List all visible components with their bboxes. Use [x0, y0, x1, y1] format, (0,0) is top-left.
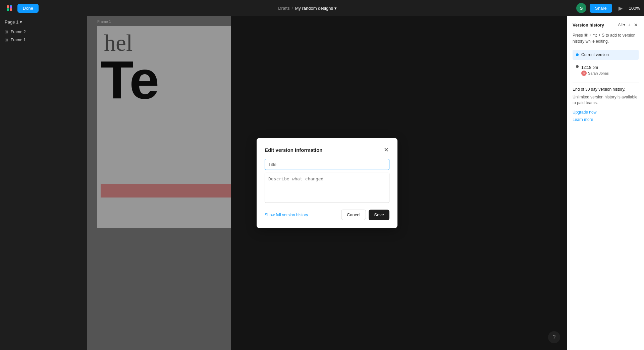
- current-version-label: Current version: [581, 52, 609, 57]
- version-time: 12:18 pm: [581, 65, 635, 70]
- modal-title: Edit version information: [265, 147, 323, 153]
- avatar: S: [576, 3, 586, 13]
- project-name[interactable]: My random designs ▾: [295, 6, 336, 11]
- topbar-right: S Share ▶ 100%: [576, 3, 640, 13]
- left-sidebar: Page 1 ▾ ⊞ Frame 2 ⊞ Frame 1: [0, 16, 87, 350]
- current-version-entry[interactable]: Current version: [573, 50, 639, 60]
- save-button[interactable]: Save: [369, 210, 389, 220]
- frame-icon: ⊞: [5, 30, 8, 34]
- layer-frame2[interactable]: ⊞ Frame 2: [0, 28, 87, 36]
- cancel-button[interactable]: Cancel: [341, 210, 366, 220]
- topbar-breadcrumb: Drafts / My random designs ▾: [278, 6, 337, 11]
- description-textarea[interactable]: [265, 173, 389, 203]
- version-dot: [576, 65, 579, 68]
- chevron-down-icon: ▾: [623, 23, 625, 27]
- frame-icon: ⊞: [5, 38, 8, 42]
- close-panel-button[interactable]: ✕: [633, 21, 639, 28]
- author-avatar: S: [581, 71, 587, 76]
- chevron-down-icon: ▾: [20, 19, 22, 25]
- modal-overlay: Edit version information ✕ Show full ver…: [87, 16, 567, 350]
- svg-rect-2: [7, 8, 9, 11]
- svg-point-4: [10, 6, 12, 8]
- modal-actions: Cancel Save: [341, 210, 389, 220]
- layer-frame2-label: Frame 2: [11, 30, 26, 34]
- modal-close-button[interactable]: ✕: [383, 146, 389, 154]
- all-filter[interactable]: All ▾: [618, 23, 625, 27]
- zoom-indicator[interactable]: 100%: [629, 6, 640, 11]
- version-history-panel: Version history All ▾ + ✕ Press ⌘ + ⌥ + …: [567, 16, 644, 350]
- figma-logo-icon[interactable]: [4, 3, 15, 13]
- upgrade-now-button[interactable]: Upgrade now: [573, 110, 596, 115]
- version-history-controls: All ▾ + ✕: [618, 21, 639, 28]
- version-entry-0[interactable]: 12:18 pm S Sarah Jonas: [573, 62, 639, 79]
- breadcrumb-drafts: Drafts: [278, 6, 290, 11]
- learn-more-button[interactable]: Learn more: [573, 117, 593, 122]
- modal-footer: Show full version history Cancel Save: [265, 210, 389, 220]
- topbar-left: Done: [4, 3, 39, 13]
- breadcrumb-separator: /: [292, 6, 293, 11]
- chevron-down-icon: ▾: [334, 6, 337, 11]
- page-label: Page 1: [5, 19, 18, 25]
- layer-frame1[interactable]: ⊞ Frame 1: [0, 36, 87, 44]
- modal-header: Edit version information ✕: [265, 146, 389, 154]
- done-button[interactable]: Done: [17, 4, 39, 13]
- unlimited-text: Unlimited version history is available t…: [573, 94, 639, 106]
- svg-rect-3: [10, 8, 12, 11]
- share-button[interactable]: Share: [590, 4, 612, 13]
- keyboard-hint: Press ⌘ + ⌥ + S to add to version histor…: [573, 32, 639, 44]
- add-version-button[interactable]: +: [627, 21, 631, 28]
- page-selector[interactable]: Page 1 ▾: [0, 16, 87, 28]
- play-button[interactable]: ▶: [615, 3, 626, 13]
- version-author: S Sarah Jonas: [581, 71, 635, 76]
- version-history-title: Version history: [573, 23, 604, 28]
- title-input[interactable]: [265, 159, 389, 170]
- version-history-header: Version history All ▾ + ✕: [573, 21, 639, 28]
- topbar: Done Drafts / My random designs ▾ S Shar…: [0, 0, 644, 16]
- version-dot: [576, 53, 579, 56]
- svg-rect-0: [7, 5, 9, 8]
- layer-frame1-label: Frame 1: [11, 38, 26, 42]
- divider: [573, 83, 639, 83]
- version-entry-content: 12:18 pm S Sarah Jonas: [581, 65, 635, 76]
- show-full-history-button[interactable]: Show full version history: [265, 213, 308, 217]
- end-of-history-label: End of 30 day version history.: [573, 87, 639, 92]
- edit-version-modal: Edit version information ✕ Show full ver…: [257, 138, 397, 228]
- author-name: Sarah Jonas: [588, 71, 609, 75]
